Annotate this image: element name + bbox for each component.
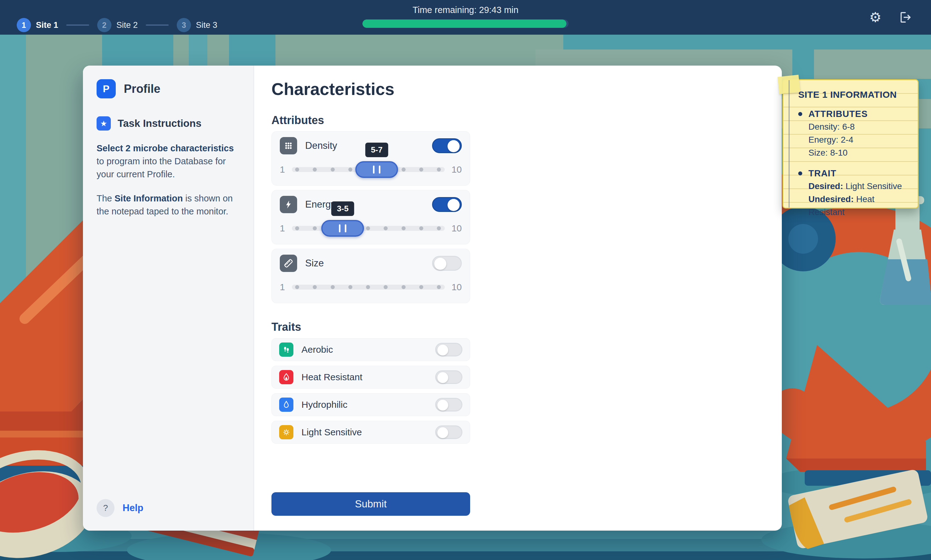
time-progress-fill (362, 20, 566, 28)
task-instructions-title: Task Instructions (118, 118, 202, 129)
help-label: Help (123, 503, 143, 514)
top-bar: 1 Site 1 2 Site 2 3 Site 3 Time remainin… (0, 0, 931, 35)
attribute-label-energy: Energy (305, 199, 335, 210)
timer: Time remaining: 29:43 min (357, 0, 574, 28)
trait-row-light-sensitive: Light Sensitive (271, 421, 470, 444)
bullet-icon (798, 112, 802, 116)
step-site-1[interactable]: 1 Site 1 (17, 18, 58, 32)
note-trait-heading: TRAIT (808, 168, 836, 178)
trait-row-hydrophilic: Hydrophilic (271, 393, 470, 416)
instructions-pre-2: The (97, 193, 114, 203)
slider-max-label: 10 (452, 282, 462, 292)
site-information-note: SITE 1 INFORMATION ATTRIBUTES Density:6-… (782, 79, 919, 209)
slider-min-label: 1 (280, 223, 285, 234)
attribute-label-size: Size (305, 258, 324, 269)
time-remaining-label: Time remaining: 29:43 min (357, 5, 574, 15)
star-icon: ★ (97, 116, 111, 131)
size-range-slider[interactable] (292, 285, 445, 289)
energy-range-tooltip: 3-5 (331, 202, 354, 216)
trait-label-heat-resistant: Heat Resistant (302, 372, 362, 382)
note-section-trait: TRAIT Desired:Light Sensitive Undesired:… (798, 167, 910, 219)
bullet-icon (798, 171, 802, 175)
note-section-attributes: ATTRIBUTES Density:6-8 Energy:2-4 Size:8… (798, 108, 910, 159)
trait-label-light-sensitive: Light Sensitive (302, 427, 362, 437)
density-range-tooltip: 5-7 (365, 143, 388, 157)
energy-toggle[interactable] (432, 197, 462, 212)
help-button[interactable]: ? Help (97, 499, 239, 517)
attribute-row-size: Size 1 10 (271, 249, 470, 303)
help-icon: ? (97, 499, 114, 517)
time-progress-bar (362, 20, 569, 28)
step-3-circle: 3 (177, 18, 191, 32)
traits-heading: Traits (271, 320, 782, 334)
note-line-energy: Energy:2-4 (798, 133, 910, 146)
note-line-size: Size:8-10 (798, 146, 910, 159)
characteristics-panel: Characteristics Attributes Density 1 (254, 66, 782, 531)
energy-range-handle[interactable] (321, 220, 364, 237)
flame-icon (279, 370, 293, 384)
density-range-slider[interactable]: 5-7 (292, 167, 445, 172)
instructions-paragraph-1: Select 2 microbe characteristics to prog… (97, 142, 239, 181)
attributes-heading: Attributes (271, 114, 782, 127)
profile-title: Profile (124, 82, 160, 95)
instructions-rest-1: to program into the Database for your cu… (97, 156, 226, 179)
step-1-label: Site 1 (36, 20, 58, 30)
light-sensitive-toggle[interactable] (435, 425, 462, 439)
instructions-bold-2: Site Information (114, 193, 183, 203)
heat-resistant-toggle[interactable] (435, 370, 462, 384)
hydrophilic-toggle[interactable] (435, 398, 462, 411)
lightning-icon (280, 196, 297, 213)
note-line-desired: Desired:Light Sensitive (798, 180, 910, 193)
attribute-label-density: Density (305, 140, 337, 151)
page-title: Characteristics (271, 79, 782, 99)
energy-range-slider[interactable]: 3-5 (292, 226, 445, 231)
settings-gear-icon[interactable]: ⚙ (869, 11, 882, 24)
note-attributes-heading: ATTRIBUTES (808, 109, 868, 119)
note-line-undesired: Undesired:Heat Resistant (798, 193, 910, 219)
main-panel: P Profile ★ Task Instructions Select 2 m… (83, 66, 782, 531)
step-3-label: Site 3 (196, 20, 217, 30)
slider-min-label: 1 (280, 282, 285, 292)
logout-icon[interactable] (897, 10, 912, 25)
instructions-bold-1: Select 2 microbe characteristics (97, 143, 234, 153)
footprints-icon (279, 343, 293, 357)
trait-row-aerobic: Aerobic (271, 338, 470, 361)
density-toggle[interactable] (432, 138, 462, 153)
step-site-3[interactable]: 3 Site 3 (177, 18, 217, 32)
trait-label-aerobic: Aerobic (302, 345, 333, 355)
profile-icon: P (97, 79, 116, 98)
trait-label-hydrophilic: Hydrophilic (302, 399, 347, 410)
slider-max-label: 10 (452, 223, 462, 234)
note-line-density: Density:6-8 (798, 120, 910, 133)
size-toggle[interactable] (432, 256, 462, 271)
task-instructions-header: ★ Task Instructions (97, 116, 239, 131)
droplet-icon (279, 398, 293, 412)
step-2-circle: 2 (97, 18, 111, 32)
site-stepper: 1 Site 1 2 Site 2 3 Site 3 (17, 18, 217, 32)
step-connector (146, 25, 169, 26)
step-1-circle: 1 (17, 18, 31, 32)
slider-min-label: 1 (280, 164, 285, 175)
instructions-paragraph-2: The Site Information is shown on the not… (97, 192, 239, 218)
note-title: SITE 1 INFORMATION (798, 89, 910, 100)
grid-icon (280, 137, 297, 154)
aerobic-toggle[interactable] (435, 343, 462, 357)
submit-button[interactable]: Submit (271, 492, 470, 516)
sun-icon (279, 425, 293, 439)
step-connector (66, 25, 89, 26)
trait-row-heat-resistant: Heat Resistant (271, 366, 470, 389)
attribute-row-energy: Energy 1 3-5 10 (271, 190, 470, 245)
step-2-label: Site 2 (116, 20, 138, 30)
sidebar: P Profile ★ Task Instructions Select 2 m… (83, 66, 254, 531)
ruler-icon (280, 255, 297, 272)
density-range-handle[interactable] (355, 161, 398, 178)
profile-header: P Profile (97, 79, 239, 98)
step-site-2[interactable]: 2 Site 2 (97, 18, 138, 32)
attribute-row-density: Density 1 5-7 10 (271, 131, 470, 186)
slider-max-label: 10 (452, 164, 462, 175)
